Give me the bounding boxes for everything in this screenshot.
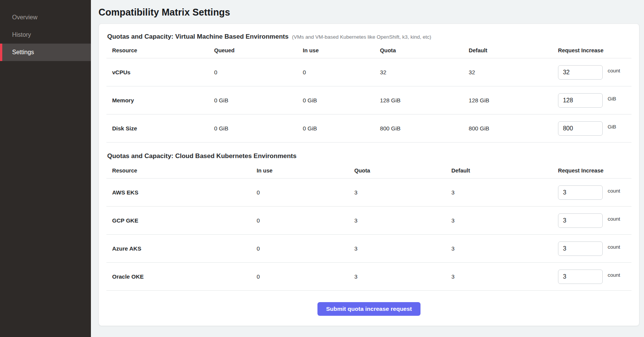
in-use-value: 0 (303, 69, 380, 75)
column-header-queued: Queued (214, 47, 303, 53)
table-row-memory: Memory 0 GiB 0 GiB 128 GiB 128 GiB GiB (106, 86, 631, 114)
quota-value: 3 (354, 189, 451, 196)
quota-settings-card: Quotas and Capacity: Virtual Machine Bas… (98, 24, 639, 326)
request-increase-cell: count (558, 65, 631, 80)
request-increase-cell: GiB (558, 121, 631, 136)
default-value: 32 (469, 69, 558, 75)
table-row-oracle-oke: Oracle OKE 0 3 3 count (106, 263, 631, 291)
quota-value: 3 (354, 245, 451, 252)
main-content: Compatibility Matrix Settings Quotas and… (91, 0, 644, 337)
default-value: 128 GiB (469, 97, 558, 103)
queued-value: 0 GiB (214, 97, 303, 103)
unit-label: GiB (608, 96, 616, 102)
cloud-section-header: Quotas and Capacity: Cloud Based Kuberne… (107, 152, 631, 160)
sidebar-item-label: Overview (12, 14, 38, 21)
request-increase-cell: GiB (558, 93, 631, 108)
memory-request-input[interactable] (558, 93, 603, 108)
resource-name: GCP GKE (106, 217, 256, 224)
sidebar-item-label: Settings (12, 49, 34, 56)
resource-name: Memory (106, 97, 214, 103)
in-use-value: 0 (256, 217, 354, 224)
quota-value: 128 GiB (380, 97, 469, 103)
vm-table-header-row: Resource Queued In use Quota Default Req… (106, 41, 631, 58)
vm-quota-table: Resource Queued In use Quota Default Req… (106, 41, 631, 143)
column-header-request-increase: Request Increase (558, 168, 631, 174)
default-value: 3 (452, 217, 558, 224)
request-increase-cell: count (558, 270, 631, 284)
default-value: 3 (452, 245, 558, 252)
quota-value: 3 (354, 217, 451, 224)
table-row-azure-aks: Azure AKS 0 3 3 count (106, 235, 631, 263)
table-row-vcpus: vCPUs 0 0 32 32 count (106, 58, 631, 86)
resource-name: Disk Size (106, 125, 214, 132)
queued-value: 0 GiB (214, 125, 303, 132)
cloud-section-title: Quotas and Capacity: Cloud Based Kuberne… (107, 152, 297, 160)
vm-section-subtitle: (VMs and VM-based Kubernetes like OpenSh… (292, 34, 431, 40)
quota-value: 3 (354, 273, 451, 280)
vcpus-request-input[interactable] (558, 65, 603, 80)
table-row-disk-size: Disk Size 0 GiB 0 GiB 800 GiB 800 GiB Gi… (106, 114, 631, 143)
sidebar-item-label: History (12, 31, 31, 38)
sidebar-item-history[interactable]: History (0, 26, 91, 44)
unit-label: count (608, 244, 620, 250)
resource-name: AWS EKS (106, 189, 256, 196)
vm-section-header: Quotas and Capacity: Virtual Machine Bas… (107, 33, 631, 41)
column-header-default: Default (452, 168, 558, 174)
aws-eks-request-input[interactable] (558, 185, 603, 200)
in-use-value: 0 GiB (303, 97, 380, 103)
column-header-resource: Resource (106, 168, 256, 174)
resource-name: vCPUs (106, 69, 214, 75)
in-use-value: 0 (256, 245, 354, 252)
disk-size-request-input[interactable] (558, 121, 603, 136)
column-header-request-increase: Request Increase (558, 47, 631, 53)
default-value: 3 (452, 189, 558, 196)
in-use-value: 0 (256, 189, 354, 196)
resource-name: Azure AKS (106, 245, 256, 252)
submit-quota-increase-button[interactable]: Submit quota increase request (317, 302, 421, 316)
request-increase-cell: count (558, 185, 631, 200)
cloud-table-header-row: Resource In use Quota Default Request In… (106, 161, 631, 179)
gcp-gke-request-input[interactable] (558, 213, 603, 228)
column-header-in-use: In use (303, 47, 380, 53)
quota-value: 32 (380, 69, 469, 75)
oracle-oke-request-input[interactable] (558, 270, 603, 284)
request-increase-cell: count (558, 213, 631, 228)
column-header-default: Default (469, 47, 558, 53)
sidebar: Overview History Settings (0, 0, 91, 337)
unit-label: count (608, 272, 620, 278)
in-use-value: 0 GiB (303, 125, 380, 132)
table-row-aws-eks: AWS EKS 0 3 3 count (106, 179, 631, 207)
sidebar-item-overview[interactable]: Overview (0, 9, 91, 26)
azure-aks-request-input[interactable] (558, 241, 603, 256)
column-header-quota: Quota (354, 168, 451, 174)
column-header-quota: Quota (380, 47, 469, 53)
resource-name: Oracle OKE (106, 273, 256, 280)
unit-label: count (608, 188, 620, 194)
queued-value: 0 (214, 69, 303, 75)
column-header-resource: Resource (106, 47, 214, 53)
page-title: Compatibility Matrix Settings (98, 6, 639, 18)
default-value: 800 GiB (469, 125, 558, 132)
request-increase-cell: count (558, 241, 631, 256)
cloud-quota-table: Resource In use Quota Default Request In… (106, 161, 631, 291)
sidebar-item-settings[interactable]: Settings (0, 44, 91, 61)
default-value: 3 (452, 273, 558, 280)
column-header-in-use: In use (256, 168, 354, 174)
quota-value: 800 GiB (380, 125, 469, 132)
vm-section-title: Quotas and Capacity: Virtual Machine Bas… (107, 33, 289, 41)
unit-label: GiB (608, 124, 616, 130)
table-row-gcp-gke: GCP GKE 0 3 3 count (106, 207, 631, 235)
in-use-value: 0 (256, 273, 354, 280)
submit-row: Submit quota increase request (106, 291, 631, 316)
unit-label: count (608, 216, 620, 222)
unit-label: count (608, 68, 620, 74)
